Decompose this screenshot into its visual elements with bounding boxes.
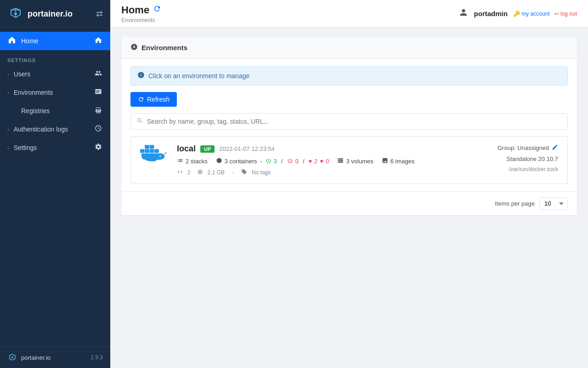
topbar-right: portadmin 🔑 my account ↩ log out	[458, 7, 577, 20]
my-account-link[interactable]: 🔑 my account	[513, 11, 550, 17]
stacks-icon	[177, 157, 183, 165]
info-icon	[137, 71, 145, 80]
portainer-logo-icon	[7, 6, 24, 22]
stopped-icon	[287, 158, 293, 165]
svg-rect-4	[140, 150, 144, 153]
items-per-page-select[interactable]: 10 25 50 100	[539, 197, 568, 210]
edit-group-icon[interactable]	[552, 144, 558, 152]
running-icon	[266, 158, 271, 165]
user-links: 🔑 my account ↩ log out	[513, 11, 577, 17]
svg-rect-5	[145, 150, 149, 153]
topbar-left: Home Environments	[121, 4, 161, 23]
refresh-button[interactable]: Refresh	[130, 92, 177, 107]
stacks-count: 2 stacks	[186, 158, 208, 165]
sidebar-item-environments-label: Environments	[14, 89, 53, 96]
env-name: local	[177, 144, 196, 154]
home-icon	[7, 36, 17, 46]
sidebar-item-settings[interactable]: › Settings	[0, 138, 110, 157]
cpu-count: 2	[187, 169, 191, 176]
environments-header-icon	[130, 43, 138, 52]
sidebar-item-registries-label: Registries	[21, 107, 50, 115]
env-group-text: Group: Unassigned	[498, 144, 549, 151]
environments-body: Click on an environment to manage Refres…	[121, 59, 577, 191]
env-socket: /var/run/docker.sock	[509, 166, 558, 172]
env-timestamp: 2022-01-07 12:23:54	[219, 145, 275, 152]
tags-icon	[241, 169, 247, 176]
registries-icon	[94, 106, 103, 115]
healthy-count: 2	[314, 158, 317, 165]
env-group: Group: Unassigned	[498, 144, 558, 152]
sidebar-item-settings-label: Settings	[14, 144, 37, 151]
env-stats: 2 stacks 3 containers -	[177, 157, 448, 165]
log-out-link[interactable]: ↩ log out	[554, 11, 577, 17]
environments-chevron-icon: ›	[7, 90, 9, 95]
items-per-page-label: Items per page	[495, 200, 535, 207]
volumes-count: 3 volumes	[346, 158, 373, 165]
logo-text: portainer.io	[28, 9, 73, 19]
stacks-stat: 2 stacks	[177, 157, 208, 165]
username-label: portadmin	[474, 10, 508, 17]
environment-info: local up 2022-01-07 12:23:54 2 stacks	[177, 144, 448, 176]
sidebar-item-home-label: Home	[21, 37, 38, 45]
containers-count: 3 containers	[225, 158, 257, 165]
environments-panel-header: Environments	[121, 37, 577, 59]
containers-icon	[216, 157, 222, 165]
topbar: Home Environments portadmin 🔑 my account	[110, 0, 588, 28]
volumes-icon	[337, 157, 344, 165]
sidebar-item-home[interactable]: Home	[0, 32, 110, 50]
unhealthy-count: 0	[326, 158, 329, 165]
stopped-count: 0	[295, 158, 299, 165]
search-bar	[130, 113, 568, 130]
sidebar-header: portainer.io ⇄	[0, 0, 110, 28]
environments-panel: Environments Click on an environment to …	[121, 37, 577, 215]
volumes-stat: 3 volumes	[337, 157, 373, 165]
env-tags-row: 2 2.1 GB - No tags	[177, 169, 448, 176]
svg-rect-7	[145, 145, 149, 149]
running-count: 3	[274, 158, 277, 165]
env-name-row: local up 2022-01-07 12:23:54	[177, 144, 448, 154]
page-title: Home	[121, 4, 149, 16]
sidebar-item-auth-logs-label: Authentication logs	[14, 126, 68, 133]
containers-stat: 3 containers - 3 / 0	[216, 157, 329, 165]
svg-rect-8	[150, 145, 154, 149]
search-icon	[136, 117, 143, 126]
settings-chevron-icon: ›	[7, 145, 9, 150]
footer-logo-text: portainer.io	[21, 354, 51, 361]
memory-value: 2.1 GB	[208, 169, 225, 176]
pagination-row: Items per page 10 25 50 100	[121, 191, 577, 215]
cpu-icon	[177, 169, 183, 176]
svg-point-3	[11, 356, 13, 358]
unhealthy-icon: ♥	[320, 158, 324, 165]
sidebar-nav: Home SETTINGS › Users › Environments	[0, 28, 110, 346]
sidebar-item-users[interactable]: › Users	[0, 65, 110, 83]
sidebar-item-environments[interactable]: › Environments	[0, 83, 110, 102]
user-account-icon	[458, 7, 469, 20]
environments-icon	[94, 88, 103, 97]
refresh-page-icon[interactable]	[153, 5, 161, 15]
auth-logs-chevron-icon: ›	[7, 126, 9, 132]
search-input[interactable]	[147, 118, 562, 125]
home-nav-icon	[94, 37, 103, 45]
svg-point-10	[159, 155, 161, 157]
main-content: Home Environments portadmin 🔑 my account	[110, 0, 588, 368]
settings-icon	[94, 143, 103, 152]
sidebar-item-auth-logs[interactable]: › Authentication logs	[0, 120, 110, 138]
settings-section-label: SETTINGS	[0, 50, 110, 65]
footer-version: 2.9.3	[90, 354, 103, 361]
refresh-button-label: Refresh	[147, 96, 170, 103]
transfer-icon[interactable]: ⇄	[96, 9, 103, 19]
breadcrumb: Environments	[121, 17, 161, 23]
svg-rect-6	[150, 150, 154, 153]
content-area: Environments Click on an environment to …	[110, 28, 588, 368]
images-count: 6 images	[390, 158, 415, 165]
environment-card[interactable]: local up 2022-01-07 12:23:54 2 stacks	[130, 136, 568, 184]
env-type: Standalone 20.10.7	[506, 155, 558, 162]
sidebar: portainer.io ⇄ Home SETTINGS › Users	[0, 0, 110, 368]
images-icon	[382, 157, 388, 165]
sidebar-item-users-label: Users	[14, 70, 31, 78]
users-chevron-icon: ›	[7, 71, 9, 77]
auth-logs-icon	[94, 125, 103, 134]
info-message: Click on an environment to manage	[148, 72, 249, 80]
sidebar-item-registries[interactable]: Registries	[0, 102, 110, 120]
healthy-icon: ♥	[309, 158, 312, 165]
